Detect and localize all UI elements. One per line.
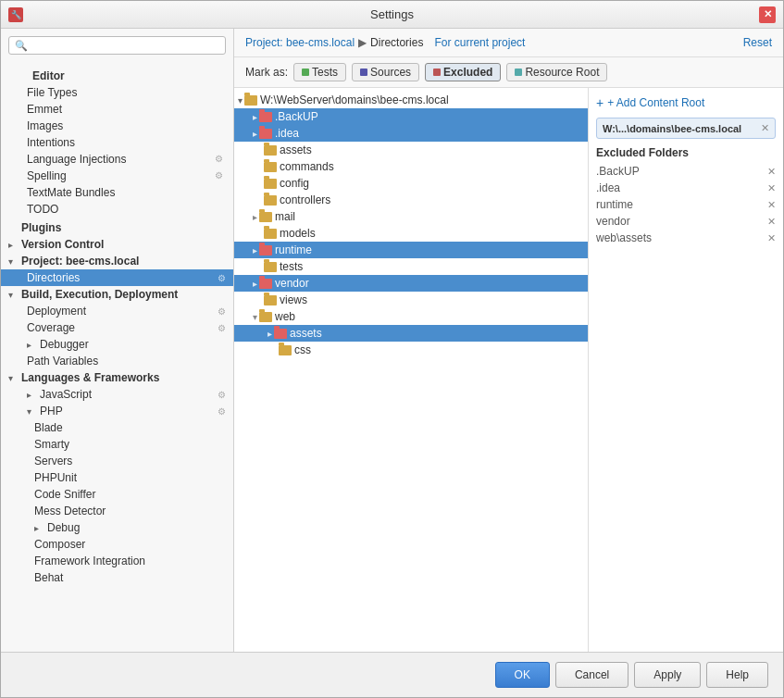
sidebar-item-javascript[interactable]: JavaScript ⚙ [1,386,233,403]
content-root-path-text: W:\...\domains\bee-cms.local [603,123,741,134]
sidebar-item-debugger[interactable]: Debugger [1,336,233,353]
excluded-item-idea: .idea ✕ [596,180,776,196]
main-panel: Project: bee-cms.local ▶ Directories For… [234,29,783,652]
ok-button[interactable]: OK [495,662,550,688]
sidebar-item-version-control[interactable]: Version Control [1,236,233,253]
sidebar-item-emmet[interactable]: Emmet [1,101,233,118]
remove-excluded-runtime[interactable]: ✕ [767,199,776,211]
mark-tests-button[interactable]: Tests [293,63,346,81]
sidebar-section-editor[interactable]: Editor [1,68,233,84]
sidebar-item-framework-integration[interactable]: Framework Integration [1,553,233,569]
content-root-path: W:\...\domains\bee-cms.local ✕ [596,118,776,139]
sidebar-item-languages[interactable]: Languages & Frameworks [1,369,233,386]
sidebar-item-spelling[interactable]: Spelling ⚙ [1,168,233,184]
directories-label: Directories [27,271,80,284]
arrow-vendor: ▸ [253,279,257,289]
dir-label-idea: .idea [275,127,299,140]
breadcrumb-project[interactable]: Project: bee-cms.local [245,36,355,49]
sidebar-item-language-injections[interactable]: Language Injections ⚙ [1,151,233,168]
sidebar-item-project[interactable]: Project: bee-cms.local [1,253,233,269]
tests-label: Tests [312,66,338,79]
remove-excluded-idea[interactable]: ✕ [767,182,776,194]
gear-icon-spelling: ⚙ [215,170,226,181]
sidebar-item-build[interactable]: Build, Execution, Deployment [1,286,233,303]
sidebar-item-mess-detector[interactable]: Mess Detector [1,503,233,519]
sidebar-item-servers[interactable]: Servers [1,453,233,469]
bottom-bar: OK Cancel Apply Help [1,652,783,697]
dir-label-assets: assets [280,143,312,156]
reset-button[interactable]: Reset [743,36,772,49]
dir-item-web[interactable]: ▾ web [234,308,588,325]
dir-item-idea[interactable]: ▸ .idea [234,125,588,142]
add-content-root-button[interactable]: + + Add Content Root [596,95,776,110]
folder-icon-web [259,312,272,322]
gear-icon-directories: ⚙ [218,273,226,283]
help-button[interactable]: Help [706,662,768,688]
sidebar-item-directories[interactable]: Directories ⚙ [1,269,233,286]
sidebar-item-todo[interactable]: TODO [1,201,233,218]
sidebar-item-images[interactable]: Images [1,118,233,134]
sidebar-item-code-sniffer[interactable]: Code Sniffer [1,486,233,503]
remove-excluded-backup[interactable]: ✕ [767,166,776,178]
dir-item-web-assets[interactable]: ▸ assets [234,325,588,342]
search-box[interactable]: 🔍 [8,36,226,55]
search-icon: 🔍 [15,40,28,52]
arrow-root: ▾ [238,95,243,106]
sidebar-item-intentions[interactable]: Intentions [1,134,233,151]
cancel-button[interactable]: Cancel [555,662,628,688]
sidebar-item-behat[interactable]: Behat [1,569,233,586]
search-input[interactable] [31,39,219,52]
mark-excluded-button[interactable]: Excluded [425,63,501,81]
arrow-php [27,406,38,417]
dir-item-backup[interactable]: ▸ .BackUP [234,108,588,125]
settings-window: 🔧 Settings ✕ 🔍 Editor File Types Emmet [0,0,784,698]
dir-item-models[interactable]: models [234,225,588,242]
sidebar-item-phpunit[interactable]: PHPUnit [1,469,233,486]
dir-item-tests[interactable]: tests [234,258,588,275]
arrow-mail: ▸ [253,212,257,222]
arrow-version-control [8,240,19,250]
remove-excluded-vendor[interactable]: ✕ [767,216,776,228]
sources-label: Sources [370,66,411,79]
resource-label: Resource Root [525,66,599,79]
gear-icon-javascript: ⚙ [218,390,226,400]
dir-item-mail[interactable]: ▸ mail [234,208,588,225]
dir-label-tests: tests [280,260,303,273]
dir-label-vendor: vendor [275,277,309,290]
sidebar-item-coverage[interactable]: Coverage ⚙ [1,319,233,336]
sidebar-item-smarty[interactable]: Smarty [1,436,233,453]
sidebar-section-plugins[interactable]: Plugins [1,219,233,236]
folder-icon-assets [264,145,277,156]
remove-content-root-button[interactable]: ✕ [761,122,769,134]
sidebar-item-deployment[interactable]: Deployment ⚙ [1,303,233,319]
dir-item-web-css[interactable]: css [234,342,588,358]
dir-root[interactable]: ▾ W:\WebServer\domains\bee-cms.local [234,92,588,108]
apply-button[interactable]: Apply [634,662,701,688]
mark-resource-button[interactable]: Resource Root [506,63,607,81]
dir-item-views[interactable]: views [234,292,588,308]
sidebar-item-path-variables[interactable]: Path Variables [1,353,233,369]
gear-icon: ⚙ [215,154,226,165]
sidebar-item-php[interactable]: PHP ⚙ [1,403,233,419]
sidebar-item-textmate[interactable]: TextMate Bundles [1,184,233,201]
dir-item-assets[interactable]: assets [234,142,588,158]
dir-item-runtime[interactable]: ▸ runtime [234,242,588,258]
dir-item-config[interactable]: config [234,175,588,192]
dir-item-vendor[interactable]: ▸ vendor [234,275,588,292]
dir-item-controllers[interactable]: controllers [234,192,588,208]
folder-icon-idea [259,129,272,139]
sidebar-item-blade[interactable]: Blade [1,419,233,436]
folder-icon-controllers [264,195,277,206]
current-project-link[interactable]: For current project [434,36,525,49]
sidebar-item-debug[interactable]: Debug [1,519,233,536]
mark-sources-button[interactable]: Sources [352,63,419,81]
remove-excluded-web-assets[interactable]: ✕ [767,232,776,244]
close-button[interactable]: ✕ [759,6,776,23]
excluded-label-vendor: vendor [596,215,630,228]
panel-body: ▾ W:\WebServer\domains\bee-cms.local ▸ .… [234,88,783,652]
sidebar-item-composer[interactable]: Composer [1,536,233,553]
dir-item-commands[interactable]: commands [234,158,588,175]
sidebar-item-file-types[interactable]: File Types [1,84,233,101]
folder-icon-tests [264,262,277,272]
main-content: 🔍 Editor File Types Emmet Images Intenti… [1,29,783,652]
